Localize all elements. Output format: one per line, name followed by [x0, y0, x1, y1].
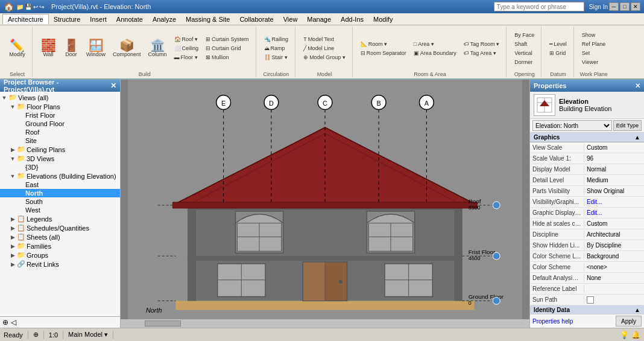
shaft-btn[interactable]: Shaft [511, 40, 537, 48]
wall-btn[interactable]: 🧱 Wall [37, 37, 59, 59]
edit-type-btn[interactable]: Edit Type [613, 120, 642, 131]
prop-type-name: Elevation [559, 98, 611, 105]
component-btn[interactable]: 📦 Component [110, 37, 144, 59]
viewport[interactable]: Roof 8500 Frist Floor 4600 Ground Floor … [121, 80, 529, 328]
close-btn[interactable]: ✕ [631, 2, 640, 11]
svg-point-36 [493, 202, 500, 209]
vertical-btn[interactable]: Vertical [511, 49, 537, 57]
ramp-btn[interactable]: ⛰ Ramp [261, 44, 292, 53]
menu-item-modify[interactable]: Modify [368, 14, 397, 24]
graphics-collapse-icon[interactable]: ▲ [634, 134, 640, 141]
properties-close[interactable]: ✕ [635, 82, 640, 90]
tree-floor-plans[interactable]: ▼ 📁 Floor Plans [0, 102, 120, 111]
menu-item-insert[interactable]: Insert [85, 14, 112, 24]
set-btn[interactable]: Set [579, 49, 609, 57]
tree-ground-floor[interactable]: Ground Floor [0, 120, 120, 128]
stair-btn[interactable]: 🪜 Stair ▾ [261, 53, 292, 62]
curtain-grid-btn[interactable]: ⊟ Curtain Grid [203, 44, 252, 53]
status-icon1[interactable]: 💡 [620, 331, 629, 339]
room-btn[interactable]: 📐 Room ▾ [358, 40, 409, 48]
project-browser-close[interactable]: ✕ [110, 81, 116, 90]
tree-elevations[interactable]: ▼ 📁 Elevations (Building Elevation) [0, 171, 120, 180]
menu-item-analyze[interactable]: Analyze [148, 14, 181, 24]
modify-btn[interactable]: ✏️ Modify [6, 37, 28, 59]
browser-icon2[interactable]: ◁ [11, 318, 16, 327]
tree-sheets[interactable]: ▶ 📋 Sheets (all) [0, 232, 120, 241]
area-boundary-btn[interactable]: ▣ Area Boundary [411, 49, 459, 57]
sun-path-checkbox[interactable] [587, 296, 594, 304]
tree-schedules[interactable]: ▶ 📋 Schedules/Quantities [0, 223, 120, 232]
tree-roof-plan[interactable]: Roof [0, 128, 120, 136]
dormer-btn[interactable]: Dormer [511, 58, 537, 66]
maximize-btn[interactable]: □ [620, 2, 630, 11]
area-boundary-icon: ▣ [414, 50, 419, 56]
curtain-col: ⊞ Curtain System ⊟ Curtain Grid ⊠ Mullio… [203, 35, 252, 62]
tree-revit-links[interactable]: ▶ 🔗 Revit Links [0, 260, 120, 269]
door-btn[interactable]: 🚪 Door [60, 37, 82, 59]
properties-help-link[interactable]: Properties help [532, 318, 573, 325]
tree-west[interactable]: West [0, 206, 120, 214]
search-input[interactable] [494, 2, 584, 11]
show-btn[interactable]: Show [579, 31, 609, 39]
tag-room-btn[interactable]: 🏷 Tag Room ▾ [461, 40, 503, 48]
menu-item-structure[interactable]: Structure [49, 14, 86, 24]
model-text-btn[interactable]: T Model Text [300, 35, 349, 43]
model-line-btn[interactable]: ╱ Model Line [300, 44, 349, 53]
curtain-system-icon: ⊞ [206, 36, 210, 42]
area-btn[interactable]: □ Area ▾ [411, 40, 459, 48]
ref-plane-btn[interactable]: Ref Plane [579, 40, 609, 48]
column-btn[interactable]: 🏛️ Column [145, 37, 170, 59]
prop-type-icon [534, 94, 555, 116]
tree-legends[interactable]: ▶ 📋 Legends [0, 214, 120, 223]
browser-icon1[interactable]: ⊕ [2, 318, 8, 327]
room-sep-btn[interactable]: ⊟ Room Separator [358, 49, 409, 57]
menu-item-architecture[interactable]: Architecture [2, 14, 49, 24]
menu-item-massing[interactable]: Massing & Site [181, 14, 235, 24]
menu-item-addins[interactable]: Add-Ins [336, 14, 368, 24]
roof-btn[interactable]: 🏠 Roof ▾ [171, 35, 202, 43]
tag-area-btn[interactable]: 🏷 Tag Area ▾ [461, 49, 503, 57]
window-btn[interactable]: 🪟 Window [83, 37, 109, 59]
menu-item-annotate[interactable]: Annotate [112, 14, 148, 24]
tree-3d-views[interactable]: ▼ 📁 3D Views [0, 154, 120, 163]
tree-south[interactable]: South [0, 197, 120, 206]
grid-btn[interactable]: ⊞ Grid [546, 49, 570, 57]
viewport-scrollbar-h[interactable] [121, 319, 529, 328]
level-btn[interactable]: ━ Level [546, 40, 570, 48]
menu-item-collaborate[interactable]: Collaborate [235, 14, 278, 24]
tree-3d[interactable]: {3D} [0, 163, 120, 171]
status-icon2[interactable]: 🔔 [631, 331, 640, 339]
ribbon-group-select: ✏️ Modify Select [2, 27, 33, 77]
tree-east[interactable]: East [0, 180, 120, 189]
curtain-system-btn[interactable]: ⊞ Curtain System [203, 35, 252, 43]
identity-collapse-icon[interactable]: ▲ [634, 307, 640, 313]
railing-btn[interactable]: 🔩 Railing [261, 35, 292, 43]
minimize-btn[interactable]: ─ [609, 2, 619, 11]
tree-families[interactable]: ▶ 📁 Families [0, 241, 120, 250]
sign-in-btn[interactable]: Sign In [589, 4, 608, 10]
prop-visibility: Visibility/Graphi... Edit... [530, 197, 644, 208]
prop-discipline: Discipline Architectural [530, 229, 644, 240]
menu-item-view[interactable]: View [279, 14, 303, 24]
menu-item-manage[interactable]: Manage [302, 14, 336, 24]
model-group-btn[interactable]: ⊕ Model Group ▾ [300, 53, 349, 62]
svg-text:E: E [221, 100, 226, 107]
tree-views-all[interactable]: ▼ 📁 Views (all) [0, 93, 120, 102]
tree-site[interactable]: Site [0, 136, 120, 145]
viewer-btn[interactable]: Viewer [579, 58, 609, 66]
tree-frist-floor[interactable]: Frist Floor [0, 111, 120, 120]
svg-marker-62 [540, 100, 549, 106]
tree-ceiling-plans[interactable]: ▶ 📁 Ceiling Plans [0, 145, 120, 154]
floor-btn[interactable]: ▬ Floor ▾ [171, 53, 202, 62]
tree-north[interactable]: North [0, 189, 120, 197]
ribbon-group-opening: By Face Shaft Vertical Dormer Opening [508, 27, 541, 77]
mullion-btn[interactable]: ⊠ Mullion [203, 53, 252, 62]
stair-icon: 🪜 [264, 54, 271, 60]
ceiling-btn[interactable]: ⬜ Ceiling [171, 44, 202, 53]
prop-view-scale: View Scale Custom [530, 142, 644, 153]
tree-groups[interactable]: ▶ 📁 Groups [0, 250, 120, 260]
elevation-select[interactable]: Elevation: North [532, 120, 612, 131]
status-model-select[interactable]: Main Model ▾ [68, 331, 108, 339]
apply-btn[interactable]: Apply [616, 316, 642, 327]
by-face-btn[interactable]: By Face [511, 31, 537, 39]
